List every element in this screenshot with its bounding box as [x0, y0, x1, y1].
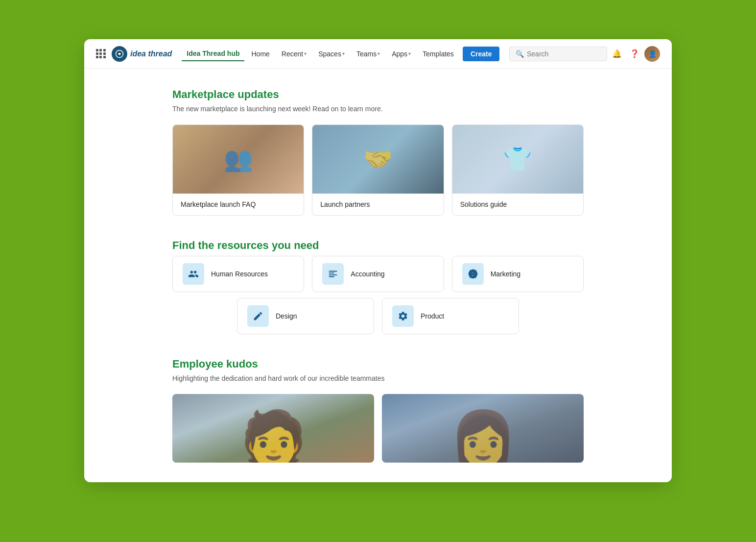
kudos-card-1[interactable]: 🧑 — [172, 394, 374, 463]
accounting-label: Accounting — [351, 270, 384, 278]
nav-spaces[interactable]: Spaces ▾ — [313, 47, 350, 61]
logo[interactable]: idea thread — [112, 46, 172, 62]
resource-design[interactable]: Design — [237, 298, 374, 334]
chevron-down-icon: ▾ — [342, 51, 345, 56]
design-label: Design — [276, 312, 297, 320]
nav-home[interactable]: Home — [246, 47, 274, 61]
person1-photo: 🧑 — [172, 394, 374, 463]
card-solutions-guide[interactable]: 👕 Solutions guide — [452, 124, 584, 216]
create-button[interactable]: Create — [463, 47, 500, 61]
chevron-down-icon: ▾ — [378, 51, 380, 56]
nav-recent[interactable]: Recent ▾ — [277, 47, 311, 61]
main-window: idea thread Idea Thread hub Home Recent … — [84, 39, 672, 482]
svg-point-1 — [472, 272, 474, 275]
accounting-icon — [328, 269, 338, 279]
product-icon — [398, 311, 408, 321]
person2-photo: 👩 — [382, 394, 584, 463]
marketing-label: Marketing — [491, 270, 520, 278]
kudos-card-2[interactable]: 👩 — [382, 394, 584, 463]
marketing-icon-box — [462, 263, 484, 285]
resources-grid: Human Resources Accounting — [172, 256, 584, 334]
card-solutions-title: Solutions guide — [460, 200, 575, 208]
card-launch-partners[interactable]: 🤝 Launch partners — [312, 124, 444, 216]
resources-row-2: Design Product — [172, 298, 584, 334]
hr-icon-box — [183, 263, 204, 285]
kudos-subtitle: Highlighting the dedication and hard wor… — [172, 374, 584, 382]
product-label: Product — [421, 312, 444, 320]
page-content: Marketplace updates The new marketplace … — [143, 69, 613, 482]
resources-title: Find the resources you need — [172, 239, 584, 252]
marketing-icon — [468, 269, 478, 279]
nav-templates[interactable]: Templates — [418, 47, 459, 61]
accounting-icon-box — [322, 263, 344, 285]
kudos-section: Employee kudos Highlighting the dedicati… — [172, 358, 584, 463]
resource-hr[interactable]: Human Resources — [172, 256, 304, 292]
card-faq-title: Marketplace launch FAQ — [181, 200, 296, 208]
navigation: idea thread Idea Thread hub Home Recent … — [84, 39, 672, 69]
resources-section: Find the resources you need Human Resour… — [172, 239, 584, 334]
avatar[interactable]: 👤 — [644, 46, 660, 62]
logo-text: idea thread — [130, 49, 172, 58]
logo-circle — [112, 46, 127, 62]
chevron-down-icon: ▾ — [408, 51, 411, 56]
resource-accounting[interactable]: Accounting — [312, 256, 444, 292]
design-icon — [253, 311, 263, 321]
marketplace-title: Marketplace updates — [172, 88, 584, 101]
resource-product[interactable]: Product — [382, 298, 519, 334]
marketplace-section: Marketplace updates The new marketplace … — [172, 88, 584, 216]
kudos-cards: 🧑 👩 — [172, 394, 584, 463]
marketplace-cards: 👥 Marketplace launch FAQ 🤝 Launch partne… — [172, 124, 584, 216]
card-partners-title: Launch partners — [320, 200, 435, 208]
grid-menu-icon[interactable] — [96, 49, 106, 59]
resource-marketing[interactable]: Marketing — [452, 256, 584, 292]
kudos-title: Employee kudos — [172, 358, 584, 370]
notifications-button[interactable]: 🔔 — [609, 46, 625, 62]
nav-teams[interactable]: Teams ▾ — [352, 47, 385, 61]
hr-label: Human Resources — [211, 270, 268, 278]
product-icon-box — [392, 305, 414, 327]
search-input[interactable] — [527, 50, 601, 58]
marketplace-subtitle: The new marketplace is launching next we… — [172, 105, 584, 113]
hr-icon — [188, 269, 199, 279]
resources-row-1: Human Resources Accounting — [172, 256, 584, 292]
help-button[interactable]: ❓ — [627, 46, 642, 62]
search-bar[interactable]: 🔍 — [509, 47, 607, 61]
card-marketplace-faq[interactable]: 👥 Marketplace launch FAQ — [172, 124, 304, 216]
search-icon: 🔍 — [516, 50, 524, 58]
nav-hub[interactable]: Idea Thread hub — [182, 47, 244, 61]
chevron-down-icon: ▾ — [304, 51, 307, 56]
nav-apps[interactable]: Apps ▾ — [387, 47, 416, 61]
design-icon-box — [247, 305, 269, 327]
